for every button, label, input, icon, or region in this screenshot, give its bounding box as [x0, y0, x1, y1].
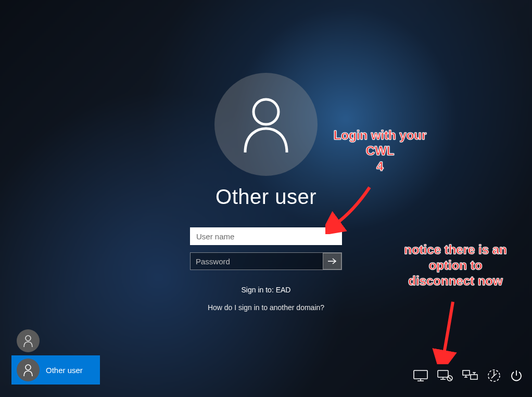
svg-rect-4 [414, 370, 427, 379]
password-input[interactable] [190, 252, 342, 270]
username-field-wrap [190, 227, 342, 245]
avatar-small [17, 329, 40, 352]
display-icon[interactable] [413, 370, 428, 381]
arrow-right-icon [327, 258, 337, 265]
network-icon[interactable] [437, 370, 453, 381]
svg-line-11 [448, 377, 451, 380]
user-icon [23, 364, 33, 376]
svg-rect-13 [471, 375, 477, 379]
password-field-wrap [190, 252, 342, 270]
ease-of-access-icon[interactable] [487, 369, 501, 382]
username-input[interactable] [190, 227, 342, 245]
signin-domain-label: Sign in to: EAD [242, 286, 291, 294]
disconnect-icon[interactable] [462, 370, 478, 381]
svg-point-3 [26, 365, 31, 370]
user-list-item[interactable] [11, 326, 100, 355]
svg-rect-12 [463, 370, 470, 375]
domain-help-link[interactable]: How do I sign in to another domain? [208, 303, 324, 312]
page-title: Other user [216, 185, 316, 209]
svg-rect-7 [438, 370, 448, 377]
user-icon [241, 96, 291, 152]
user-list-label: Other user [46, 366, 83, 375]
submit-button[interactable] [323, 253, 341, 270]
svg-point-2 [26, 336, 31, 341]
avatar-small [17, 358, 40, 381]
power-icon[interactable] [510, 369, 523, 382]
user-icon [23, 335, 33, 347]
user-list-item-other[interactable]: Other user [11, 355, 100, 385]
avatar [214, 73, 318, 176]
svg-point-0 [254, 99, 278, 124]
user-switcher: Other user [11, 326, 100, 385]
login-panel: Other user Sign in to: EAD How do I sign… [157, 73, 375, 312]
system-tray [413, 369, 523, 382]
